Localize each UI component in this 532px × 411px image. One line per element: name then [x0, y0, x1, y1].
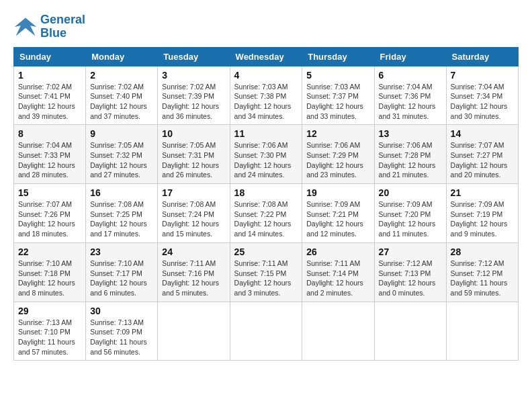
calendar-header-sunday: Sunday: [14, 47, 86, 66]
day-number: 30: [90, 306, 153, 316]
calendar-cell: 25Sunrise: 7:11 AM Sunset: 7:15 PM Dayli…: [230, 242, 302, 302]
calendar-cell: 9Sunrise: 7:05 AM Sunset: 7:32 PM Daylig…: [86, 125, 158, 184]
day-number: 11: [234, 128, 298, 139]
calendar-cell: [446, 302, 518, 361]
calendar-header-friday: Friday: [374, 47, 446, 66]
calendar-cell: 14Sunrise: 7:07 AM Sunset: 7:27 PM Dayli…: [446, 125, 518, 184]
day-number: 6: [379, 70, 442, 81]
calendar-cell: 21Sunrise: 7:09 AM Sunset: 7:19 PM Dayli…: [446, 184, 518, 243]
day-number: 5: [306, 70, 369, 81]
day-info: Sunrise: 7:06 AM Sunset: 7:29 PM Dayligh…: [306, 140, 369, 180]
calendar-week-3: 15Sunrise: 7:07 AM Sunset: 7:26 PM Dayli…: [14, 184, 519, 243]
day-number: 17: [162, 187, 225, 198]
day-number: 16: [90, 187, 153, 198]
day-number: 20: [379, 187, 442, 198]
logo-icon: [13, 15, 38, 39]
day-number: 15: [18, 187, 81, 198]
day-info: Sunrise: 7:12 AM Sunset: 7:13 PM Dayligh…: [379, 259, 442, 298]
calendar-cell: 1Sunrise: 7:02 AM Sunset: 7:41 PM Daylig…: [14, 66, 86, 125]
day-number: 21: [451, 187, 514, 198]
day-number: 24: [162, 246, 225, 257]
day-number: 25: [234, 246, 298, 257]
day-info: Sunrise: 7:09 AM Sunset: 7:19 PM Dayligh…: [451, 199, 514, 239]
calendar-cell: 11Sunrise: 7:06 AM Sunset: 7:30 PM Dayli…: [230, 125, 302, 184]
day-info: Sunrise: 7:03 AM Sunset: 7:37 PM Dayligh…: [306, 82, 369, 122]
calendar-cell: 30Sunrise: 7:13 AM Sunset: 7:09 PM Dayli…: [86, 302, 158, 361]
calendar-cell: 22Sunrise: 7:10 AM Sunset: 7:18 PM Dayli…: [14, 242, 86, 302]
day-number: 3: [162, 70, 225, 81]
calendar-cell: 20Sunrise: 7:09 AM Sunset: 7:20 PM Dayli…: [374, 184, 446, 243]
calendar-cell: [230, 302, 302, 361]
calendar-cell: 5Sunrise: 7:03 AM Sunset: 7:37 PM Daylig…: [302, 66, 374, 125]
day-info: Sunrise: 7:11 AM Sunset: 7:16 PM Dayligh…: [162, 259, 225, 298]
calendar-cell: 17Sunrise: 7:08 AM Sunset: 7:24 PM Dayli…: [158, 184, 230, 243]
calendar-header-tuesday: Tuesday: [158, 47, 230, 66]
calendar-cell: 10Sunrise: 7:05 AM Sunset: 7:31 PM Dayli…: [158, 125, 230, 184]
calendar-cell: 4Sunrise: 7:03 AM Sunset: 7:38 PM Daylig…: [230, 66, 302, 125]
calendar-cell: 13Sunrise: 7:06 AM Sunset: 7:28 PM Dayli…: [374, 125, 446, 184]
day-info: Sunrise: 7:06 AM Sunset: 7:30 PM Dayligh…: [234, 140, 298, 180]
day-number: 29: [18, 306, 81, 316]
calendar-header-saturday: Saturday: [446, 47, 518, 66]
day-info: Sunrise: 7:07 AM Sunset: 7:26 PM Dayligh…: [18, 199, 81, 239]
calendar-week-2: 8Sunrise: 7:04 AM Sunset: 7:33 PM Daylig…: [14, 125, 519, 184]
day-info: Sunrise: 7:06 AM Sunset: 7:28 PM Dayligh…: [379, 140, 442, 180]
day-number: 4: [234, 70, 298, 81]
day-info: Sunrise: 7:02 AM Sunset: 7:39 PM Dayligh…: [162, 82, 225, 122]
day-info: Sunrise: 7:12 AM Sunset: 7:12 PM Dayligh…: [451, 259, 514, 298]
day-info: Sunrise: 7:02 AM Sunset: 7:40 PM Dayligh…: [90, 82, 153, 122]
day-number: 23: [90, 246, 153, 257]
day-number: 10: [162, 128, 225, 139]
calendar-cell: 29Sunrise: 7:13 AM Sunset: 7:10 PM Dayli…: [14, 302, 86, 361]
calendar-cell: [374, 302, 446, 361]
page-header: General Blue: [13, 13, 519, 40]
calendar: SundayMondayTuesdayWednesdayThursdayFrid…: [13, 47, 519, 361]
calendar-cell: 19Sunrise: 7:09 AM Sunset: 7:21 PM Dayli…: [302, 184, 374, 243]
calendar-cell: 27Sunrise: 7:12 AM Sunset: 7:13 PM Dayli…: [374, 242, 446, 302]
day-number: 2: [90, 70, 153, 81]
day-info: Sunrise: 7:13 AM Sunset: 7:09 PM Dayligh…: [90, 318, 153, 357]
day-number: 8: [18, 128, 81, 139]
calendar-cell: 16Sunrise: 7:08 AM Sunset: 7:25 PM Dayli…: [86, 184, 158, 243]
calendar-cell: [302, 302, 374, 361]
calendar-cell: 26Sunrise: 7:11 AM Sunset: 7:14 PM Dayli…: [302, 242, 374, 302]
calendar-week-5: 29Sunrise: 7:13 AM Sunset: 7:10 PM Dayli…: [14, 302, 519, 361]
day-number: 14: [451, 128, 514, 139]
day-info: Sunrise: 7:08 AM Sunset: 7:24 PM Dayligh…: [162, 199, 225, 239]
day-number: 19: [306, 187, 369, 198]
day-number: 9: [90, 128, 153, 139]
calendar-week-1: 1Sunrise: 7:02 AM Sunset: 7:41 PM Daylig…: [14, 66, 519, 125]
day-number: 27: [379, 246, 442, 257]
day-info: Sunrise: 7:10 AM Sunset: 7:18 PM Dayligh…: [18, 259, 81, 298]
calendar-header-wednesday: Wednesday: [230, 47, 302, 66]
calendar-cell: 2Sunrise: 7:02 AM Sunset: 7:40 PM Daylig…: [86, 66, 158, 125]
day-number: 7: [451, 70, 514, 81]
day-info: Sunrise: 7:11 AM Sunset: 7:14 PM Dayligh…: [306, 259, 369, 298]
calendar-cell: 7Sunrise: 7:04 AM Sunset: 7:34 PM Daylig…: [446, 66, 518, 125]
calendar-header-row: SundayMondayTuesdayWednesdayThursdayFrid…: [14, 47, 519, 66]
day-info: Sunrise: 7:05 AM Sunset: 7:31 PM Dayligh…: [162, 140, 225, 180]
day-info: Sunrise: 7:03 AM Sunset: 7:38 PM Dayligh…: [234, 82, 298, 122]
logo-text: General Blue: [40, 13, 85, 40]
calendar-cell: 8Sunrise: 7:04 AM Sunset: 7:33 PM Daylig…: [14, 125, 86, 184]
calendar-cell: 18Sunrise: 7:08 AM Sunset: 7:22 PM Dayli…: [230, 184, 302, 243]
day-info: Sunrise: 7:08 AM Sunset: 7:25 PM Dayligh…: [90, 199, 153, 239]
calendar-cell: [158, 302, 230, 361]
day-number: 26: [306, 246, 369, 257]
calendar-cell: 28Sunrise: 7:12 AM Sunset: 7:12 PM Dayli…: [446, 242, 518, 302]
day-info: Sunrise: 7:04 AM Sunset: 7:36 PM Dayligh…: [379, 82, 442, 122]
calendar-cell: 6Sunrise: 7:04 AM Sunset: 7:36 PM Daylig…: [374, 66, 446, 125]
calendar-cell: 12Sunrise: 7:06 AM Sunset: 7:29 PM Dayli…: [302, 125, 374, 184]
day-info: Sunrise: 7:10 AM Sunset: 7:17 PM Dayligh…: [90, 259, 153, 298]
day-number: 28: [451, 246, 514, 257]
day-number: 12: [306, 128, 369, 139]
day-info: Sunrise: 7:13 AM Sunset: 7:10 PM Dayligh…: [18, 318, 81, 357]
calendar-header-thursday: Thursday: [302, 47, 374, 66]
day-number: 22: [18, 246, 81, 257]
day-info: Sunrise: 7:07 AM Sunset: 7:27 PM Dayligh…: [451, 140, 514, 180]
calendar-cell: 3Sunrise: 7:02 AM Sunset: 7:39 PM Daylig…: [158, 66, 230, 125]
svg-marker-0: [15, 17, 36, 36]
calendar-week-4: 22Sunrise: 7:10 AM Sunset: 7:18 PM Dayli…: [14, 242, 519, 302]
calendar-cell: 15Sunrise: 7:07 AM Sunset: 7:26 PM Dayli…: [14, 184, 86, 243]
day-info: Sunrise: 7:09 AM Sunset: 7:20 PM Dayligh…: [379, 199, 442, 239]
